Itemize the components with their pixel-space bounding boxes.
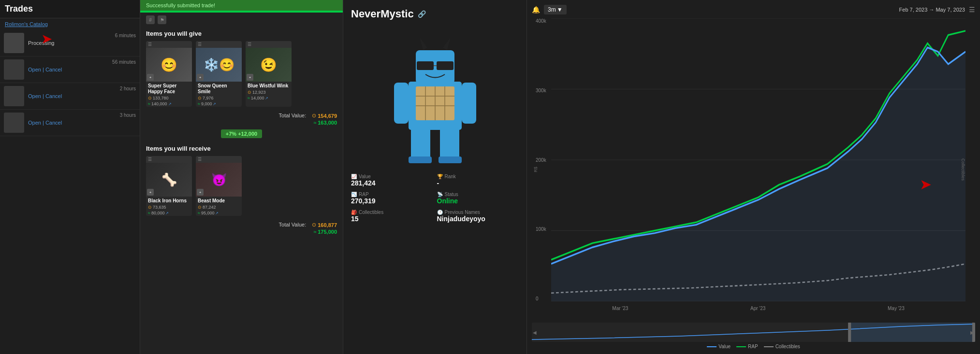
item-image: 😈 + <box>196 163 242 197</box>
prev-names-stat: 🕐 Previous Names Ninjadudeyoyo <box>437 210 519 223</box>
trade-thumb <box>4 33 24 53</box>
give-item-2: ☰ ❄️😊 + Snow Queen Smile ⊙ 7,976 ≈ 9,000… <box>196 41 242 107</box>
value-number: 281,424 <box>351 179 433 187</box>
total-rap-icon: ⊙ <box>312 113 316 119</box>
status-stat: 📡 Status Online <box>437 192 519 205</box>
ext-link-icon[interactable]: ↗ <box>265 96 268 100</box>
receive-total-rap: 160,877 <box>318 222 337 228</box>
mini-chart[interactable]: ◀ ▶ <box>532 323 975 342</box>
item-icon: ☰ <box>198 42 202 47</box>
period-label: 3m <box>548 6 556 13</box>
rap-label: 📉 RAP <box>351 192 433 197</box>
value-icon: ≈ <box>248 96 250 100</box>
trade-actions[interactable]: Open | Cancel <box>28 120 136 126</box>
rank-stat: 🏆 Rank - <box>437 174 519 187</box>
item-name: Black Iron Horns <box>146 197 192 204</box>
item-corner-button[interactable]: + <box>147 189 154 196</box>
trade-thumb <box>4 59 24 80</box>
period-button[interactable]: 3m ▼ <box>544 5 567 14</box>
svg-rect-18 <box>439 156 462 163</box>
item-icon: ☰ <box>148 42 152 47</box>
trade-item[interactable]: Open | Cancel 2 hours <box>0 83 140 110</box>
notification-icon[interactable]: 🔔 <box>532 6 540 14</box>
trade-actions[interactable]: Open | Cancel <box>28 67 136 72</box>
status-icon: 📡 <box>437 192 443 197</box>
svg-rect-14 <box>462 83 476 124</box>
item-rap: ⊙ 87,242 <box>196 204 242 210</box>
give-total-rap: 154,679 <box>318 113 337 119</box>
rap-icon: ⊙ <box>248 90 251 95</box>
item-corner-button[interactable]: + <box>247 74 253 81</box>
item-value: ≈ 80,000 ↗ <box>146 210 192 216</box>
item-rap: ⊙ 133,780 <box>146 95 192 101</box>
ext-link-icon[interactable]: ↗ <box>213 102 216 106</box>
item-icon: ☰ <box>198 157 202 162</box>
item-rap: ⊙ 7,976 <box>196 95 242 101</box>
y-label-100k: 100k <box>536 227 546 232</box>
value-icon: ≈ <box>148 101 150 106</box>
rap-stat: 📉 RAP 270,319 <box>351 192 433 205</box>
give-items-grid: ☰ 😊 + Super Super Happy Face ⊙ 133,780 ≈… <box>140 39 343 111</box>
x-label-may: May '23 <box>888 306 905 311</box>
trade-thumb <box>4 113 24 133</box>
chevron-down-icon: ▼ <box>557 6 563 13</box>
item-corner-button[interactable]: + <box>197 74 204 81</box>
ext-link-icon[interactable]: ↗ <box>165 211 169 215</box>
give-total-value: 163,000 <box>318 120 337 126</box>
avatar-svg <box>392 28 479 164</box>
link-icon[interactable]: 🔗 <box>418 10 426 18</box>
prev-names-label: 🕐 Previous Names <box>437 210 519 215</box>
trade-detail-panel: Successfully submitted trade! # ⚑ Items … <box>140 0 343 354</box>
svg-rect-16 <box>440 127 459 159</box>
chart-toolbar: 🔔 3m ▼ Feb 7, 2023 → May 7, 2023 ☰ <box>532 5 975 14</box>
item-icon: ☰ <box>148 157 152 162</box>
receive-items-grid: ☰ 🦴 + Black Iron Horns ⊙ 73,635 ≈ 80,000… <box>140 154 343 220</box>
y-label-0: 0 <box>536 296 546 301</box>
status-label: 📡 Status <box>437 192 519 197</box>
item-icon: ☰ <box>248 42 251 47</box>
item-value: ≈ 14,000 ↗ <box>246 95 292 101</box>
ext-link-icon[interactable]: ↗ <box>168 102 172 106</box>
trade-info: Open | Cancel <box>28 120 136 126</box>
legend-collectibles-color <box>764 346 774 347</box>
item-corner-button[interactable]: + <box>197 189 204 196</box>
trade-item[interactable]: Open | Cancel 56 minutes <box>0 57 140 83</box>
legend-collectibles: Collectibles <box>764 344 800 349</box>
receive-total-value: 175,000 <box>318 229 337 235</box>
mini-chart-next[interactable]: ▶ <box>970 330 974 335</box>
legend-collectibles-label: Collectibles <box>775 344 800 349</box>
profile-name-row: NeverMystic 🔗 <box>351 8 519 20</box>
svg-rect-15 <box>411 127 430 159</box>
item-rap: ⊙ 73,635 <box>146 204 192 210</box>
svg-rect-13 <box>394 83 409 124</box>
total-label: Total Value: <box>279 113 307 126</box>
rap-icon: ⊙ <box>148 96 152 100</box>
item-corner-button[interactable]: + <box>147 74 154 81</box>
ext-link-icon[interactable]: ↗ <box>215 211 219 215</box>
svg-marker-24 <box>551 47 965 301</box>
mini-chart-prev[interactable]: ◀ <box>533 330 537 335</box>
total-value-icon: ≈ <box>313 120 316 126</box>
chart-svg <box>551 18 965 301</box>
flag-icon: ⚑ <box>158 15 166 24</box>
trade-item[interactable]: Open | Cancel 3 hours <box>0 110 140 136</box>
item-image: 🦴 + <box>146 163 192 197</box>
item-card-top: ☰ <box>246 41 292 48</box>
catalog-link[interactable]: Rolimon's Catalog <box>0 18 140 30</box>
collectibles-label: 🎒 Collectibles <box>351 210 433 215</box>
trade-item[interactable]: Processing 6 minutes ➤ <box>0 30 140 57</box>
collectibles-number: 15 <box>351 215 433 223</box>
trade-success-banner: Successfully submitted trade! <box>140 0 343 11</box>
rank-label: 🏆 Rank <box>437 174 519 179</box>
rap-stat-icon: 📉 <box>351 192 357 197</box>
chart-menu-icon[interactable]: ☰ <box>969 6 975 14</box>
chart-panel: 🔔 3m ▼ Feb 7, 2023 → May 7, 2023 ☰ 400k … <box>527 0 980 354</box>
trade-actions[interactable]: Open | Cancel <box>28 93 136 99</box>
svg-rect-17 <box>409 156 432 163</box>
y-axis-right-label: Collectibles <box>961 158 965 181</box>
item-image: 😉 + <box>246 48 292 82</box>
item-card-top: ☰ <box>146 156 192 163</box>
status-value: Online <box>437 197 519 205</box>
rap-number: 270,319 <box>351 197 433 205</box>
svg-rect-8 <box>417 61 434 70</box>
